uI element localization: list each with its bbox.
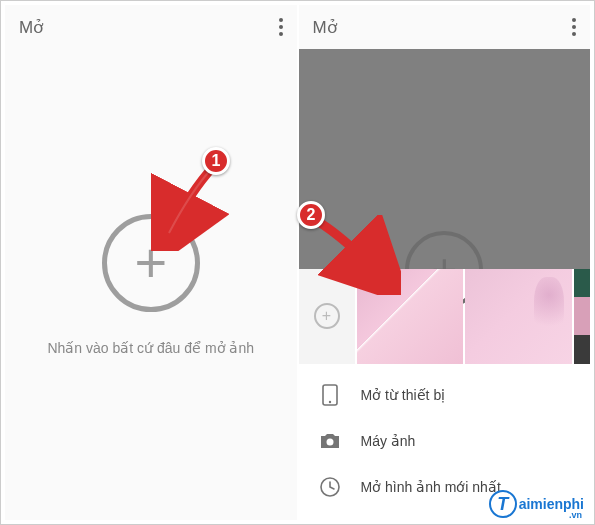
thumbnail[interactable] <box>465 269 572 364</box>
open-source-menu: Mở từ thiết bị Máy ảnh Mở hình ảnh mới n… <box>299 364 591 520</box>
menu-item-label: Máy ảnh <box>361 433 416 449</box>
thumbnail[interactable] <box>357 269 464 364</box>
right-screen: Mở + + <box>299 5 591 520</box>
open-from-device-item[interactable]: Mở từ thiết bị <box>299 372 591 418</box>
left-title: Mở <box>19 17 43 38</box>
open-recent-item[interactable]: Mở hình ảnh mới nhất <box>299 464 591 510</box>
plus-icon: + <box>314 303 340 329</box>
bottom-sheet: + Mở từ thiết bị <box>299 269 591 520</box>
left-header: Mở <box>5 5 297 49</box>
plus-icon: + <box>134 235 167 291</box>
thumbnail-placeholder[interactable]: + <box>299 269 355 364</box>
overflow-menu-icon[interactable] <box>279 18 283 36</box>
menu-item-label: Mở từ thiết bị <box>361 387 446 403</box>
right-header: Mở <box>299 5 591 49</box>
screenshot-container: Mở + Nhấn vào bất cứ đâu để mở ảnh Mở + <box>1 1 594 524</box>
phone-icon <box>319 384 341 406</box>
thumbnail[interactable] <box>574 269 590 364</box>
svg-point-1 <box>328 401 330 403</box>
open-hint-text: Nhấn vào bất cứ đâu để mở ảnh <box>37 340 264 356</box>
left-body[interactable]: + Nhấn vào bất cứ đâu để mở ảnh <box>5 49 297 520</box>
svg-point-2 <box>326 438 333 445</box>
camera-icon <box>319 430 341 452</box>
right-body: + + Mở từ thiết bị <box>299 49 591 520</box>
add-image-button[interactable]: + <box>102 214 200 312</box>
overflow-menu-icon[interactable] <box>572 18 576 36</box>
menu-item-label: Mở hình ảnh mới nhất <box>361 479 501 495</box>
camera-item[interactable]: Máy ảnh <box>299 418 591 464</box>
dimmed-background[interactable]: + <box>299 49 591 269</box>
left-screen: Mở + Nhấn vào bất cứ đâu để mở ảnh <box>5 5 297 520</box>
clock-icon <box>319 476 341 498</box>
recent-images-strip: + <box>299 269 591 364</box>
right-title: Mở <box>313 17 337 38</box>
